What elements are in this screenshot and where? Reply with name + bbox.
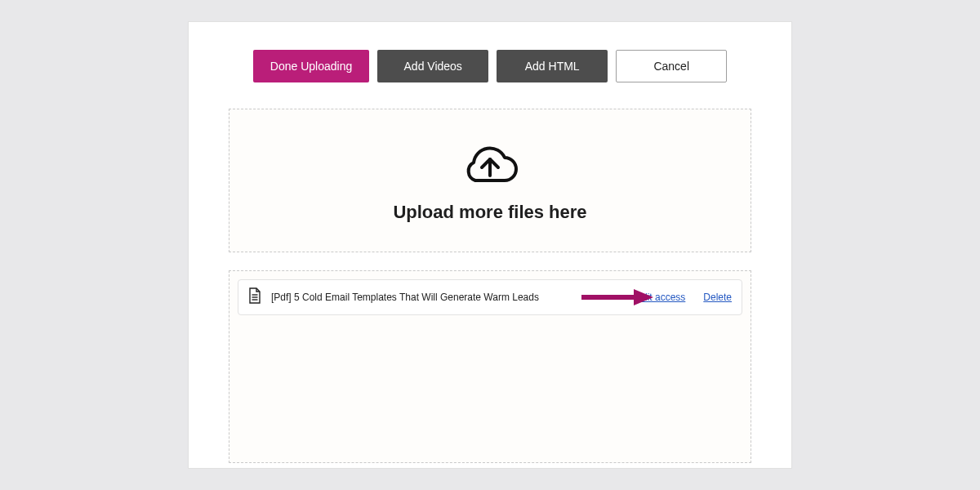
cloud-upload-icon — [459, 138, 521, 192]
cancel-button[interactable]: Cancel — [616, 50, 727, 82]
dropzone[interactable]: Upload more files here — [229, 109, 751, 252]
add-videos-button[interactable]: Add Videos — [377, 50, 488, 82]
document-icon — [248, 287, 261, 307]
svg-rect-4 — [581, 295, 635, 300]
file-name: [Pdf] 5 Cold Email Templates That Will G… — [271, 292, 539, 303]
upload-dialog: Done Uploading Add Videos Add HTML Cance… — [188, 21, 792, 469]
uploaded-files-panel: [Pdf] 5 Cold Email Templates That Will G… — [229, 270, 751, 463]
done-uploading-button[interactable]: Done Uploading — [253, 50, 369, 82]
edit-access-link[interactable]: Edit access — [635, 292, 685, 303]
delete-link[interactable]: Delete — [703, 292, 732, 303]
file-row: [Pdf] 5 Cold Email Templates That Will G… — [238, 279, 742, 315]
dropzone-label: Upload more files here — [393, 202, 586, 223]
add-html-button[interactable]: Add HTML — [497, 50, 608, 82]
toolbar: Done Uploading Add Videos Add HTML Cance… — [207, 50, 773, 82]
